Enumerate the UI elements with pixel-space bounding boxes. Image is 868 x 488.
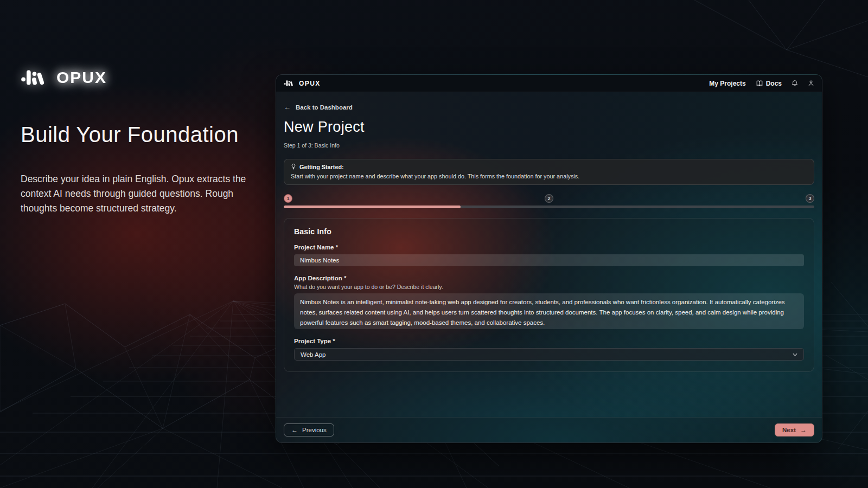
- back-to-dashboard-link[interactable]: ← Back to Dashboard: [284, 103, 353, 111]
- arrow-left-icon: ←: [291, 426, 298, 434]
- account-button[interactable]: [808, 80, 814, 87]
- opux-logo: OPUX: [21, 68, 259, 87]
- back-label: Back to Dashboard: [296, 104, 353, 111]
- app-description-label: App Description *: [294, 275, 804, 281]
- lightbulb-icon: [291, 163, 296, 170]
- card-title: Basic Info: [294, 227, 804, 236]
- tip-text: Start with your project name and describ…: [291, 173, 807, 179]
- nav-my-projects[interactable]: My Projects: [709, 80, 745, 87]
- app-logo-text: OPUX: [299, 80, 321, 87]
- progress-fill: [284, 206, 461, 208]
- app-logo: OPUX: [284, 80, 321, 87]
- previous-label: Previous: [302, 427, 327, 433]
- user-icon: [808, 80, 814, 87]
- app-description-textarea[interactable]: Nimbus Notes is an intelligent, minimali…: [294, 293, 804, 329]
- tip-banner: Getting Started: Start with your project…: [284, 159, 814, 185]
- app-window: OPUX My Projects Docs: [276, 74, 822, 443]
- basic-info-card: Basic Info Project Name * App Descriptio…: [284, 218, 814, 372]
- tip-title: Getting Started:: [299, 164, 344, 170]
- next-button[interactable]: Next →: [775, 423, 814, 436]
- hero-heading: Build Your Foundation: [21, 123, 259, 147]
- step-indicator: Step 1 of 3: Basic Info: [284, 142, 814, 149]
- opux-logo-text: OPUX: [56, 68, 107, 87]
- project-name-label: Project Name *: [294, 244, 804, 251]
- tip-header: Getting Started:: [291, 163, 807, 170]
- wizard-footer: ← Previous Next →: [276, 417, 822, 442]
- opux-logo-icon: [284, 80, 296, 87]
- step-dots: 1 2 3: [284, 194, 814, 203]
- arrow-left-icon: ←: [284, 103, 291, 111]
- hero-panel: OPUX Build Your Foundation Describe your…: [21, 68, 259, 215]
- notifications-button[interactable]: [792, 80, 798, 87]
- app-description-helper: What do you want your app to do or be? D…: [294, 284, 804, 290]
- bell-icon: [792, 80, 798, 87]
- step-3-dot[interactable]: 3: [806, 194, 814, 203]
- nav-docs-label: Docs: [766, 80, 782, 87]
- progress-track: [284, 206, 814, 208]
- book-icon: [756, 80, 763, 87]
- previous-button[interactable]: ← Previous: [284, 423, 334, 436]
- progress-stepper: 1 2 3: [284, 194, 814, 208]
- app-header: OPUX My Projects Docs: [276, 75, 822, 92]
- hero-description: Describe your idea in plain English. Opu…: [21, 172, 259, 215]
- step-2-dot[interactable]: 2: [545, 194, 553, 203]
- project-type-select[interactable]: Web App: [294, 348, 804, 361]
- project-type-label: Project Type *: [294, 338, 804, 344]
- window-body: ← Back to Dashboard New Project Step 1 o…: [276, 92, 822, 417]
- opux-logo-icon: [21, 68, 51, 87]
- arrow-right-icon: →: [800, 426, 807, 434]
- chevron-down-icon: [793, 353, 797, 356]
- next-label: Next: [782, 427, 796, 433]
- nav-docs[interactable]: Docs: [756, 80, 782, 87]
- project-name-input[interactable]: [294, 254, 804, 266]
- project-type-value: Web App: [301, 351, 326, 358]
- app-nav: My Projects Docs: [709, 80, 814, 87]
- step-1-dot[interactable]: 1: [284, 194, 292, 203]
- page-title: New Project: [284, 119, 814, 136]
